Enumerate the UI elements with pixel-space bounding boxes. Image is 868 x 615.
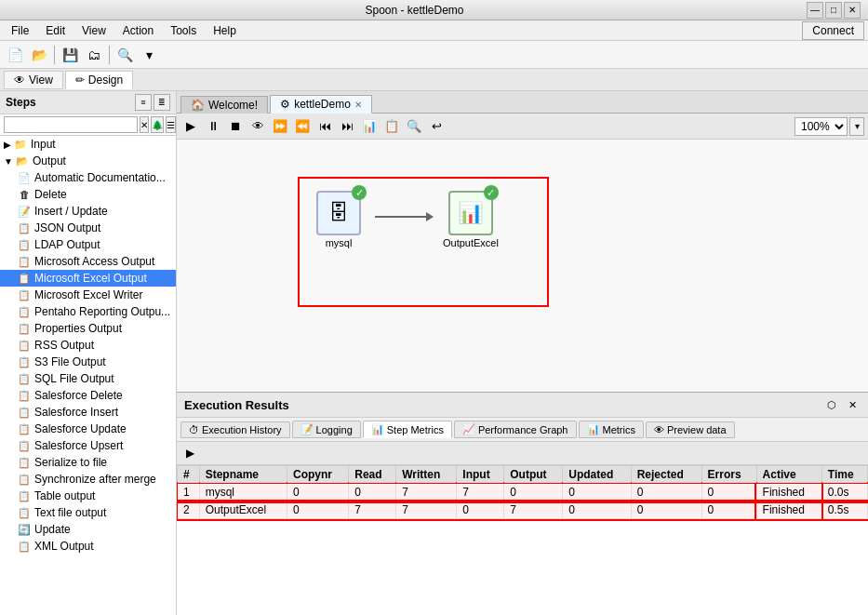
sidebar-item-ms-excel-writer[interactable]: 📋 Microsoft Excel Writer xyxy=(0,287,176,303)
close-tab-button[interactable]: ✕ xyxy=(354,100,362,110)
sidebar-item-sql-file[interactable]: 📋 SQL File Output xyxy=(0,370,176,387)
sidebar-item-table-output[interactable]: 📋 Table output xyxy=(0,488,176,504)
col-copynr: Copynr xyxy=(287,466,349,484)
exec-tab-history[interactable]: ⏱ Execution History xyxy=(180,421,290,438)
new-button[interactable]: 📄 xyxy=(4,44,26,66)
close-button[interactable]: ✕ xyxy=(844,2,861,19)
step-back-button[interactable]: ⏪ xyxy=(292,116,313,137)
connect-button[interactable]: Connect xyxy=(802,21,864,40)
json-output-label: JSON Output xyxy=(34,221,100,234)
zoom-arrow[interactable]: ▾ xyxy=(849,117,864,136)
exec-results-header: Execution Results ⬡ ✕ xyxy=(177,393,868,418)
sidebar-item-insert-update[interactable]: 📝 Insert / Update xyxy=(0,203,176,220)
exec-tab-logging[interactable]: 📝 Logging xyxy=(292,421,361,438)
search-button[interactable]: ✕ xyxy=(140,116,149,133)
sidebar-item-ms-excel-output[interactable]: 📋 Microsoft Excel Output xyxy=(0,270,176,287)
fast-forward-button[interactable]: ⏭ xyxy=(337,116,357,137)
sidebar-item-text-file-output[interactable]: 📋 Text file output xyxy=(0,504,176,521)
steps-tree: ▶ 📁 Input ▼ 📂 Output 📄 Automatic Documen… xyxy=(0,136,176,615)
view-design-bar: 👁 View ✏ Design xyxy=(0,69,868,91)
preview-icon: 👁 xyxy=(654,424,664,435)
undo-button[interactable]: ↩ xyxy=(426,116,447,137)
expand-all-button[interactable]: ≣ xyxy=(154,94,170,111)
canvas-area[interactable]: 🗄 ✓ mysql 📊 ✓ OutputExcel xyxy=(177,140,868,392)
view-tab-label: View xyxy=(29,74,53,87)
sidebar-item-properties[interactable]: 📋 Properties Output xyxy=(0,320,176,337)
exec-header-controls: ⬡ ✕ xyxy=(823,396,861,413)
menu-help[interactable]: Help xyxy=(206,22,244,39)
search-canvas-button[interactable]: 🔍 xyxy=(404,116,424,137)
menu-file[interactable]: File xyxy=(4,22,36,39)
exec-tab-preview[interactable]: 👁 Preview data xyxy=(646,421,735,438)
stop-button[interactable]: ⏹ xyxy=(225,116,246,137)
kettle-demo-tab[interactable]: ⚙ kettleDemo ✕ xyxy=(270,95,372,114)
sidebar-item-sf-delete[interactable]: 📋 Salesforce Delete xyxy=(0,387,176,404)
sql-file-icon: 📋 xyxy=(17,371,32,386)
sidebar-item-update[interactable]: 🔄 Update xyxy=(0,521,176,538)
sidebar-item-sf-insert[interactable]: 📋 Salesforce Insert xyxy=(0,404,176,421)
welcome-tab[interactable]: 🏠 Welcome! xyxy=(180,96,268,114)
output-folder-icon: 📂 xyxy=(15,154,30,168)
run-button[interactable]: ▶ xyxy=(180,116,201,137)
row2-read: 7 xyxy=(349,501,396,519)
sidebar-item-rss[interactable]: 📋 RSS Output xyxy=(0,337,176,354)
open-button[interactable]: 📂 xyxy=(28,44,50,66)
exec-tab-metrics[interactable]: 📊 Metrics xyxy=(579,421,644,438)
insert-update-icon: 📝 xyxy=(17,204,32,219)
sidebar-item-sync-merge[interactable]: 📋 Synchronize after merge xyxy=(0,471,176,488)
sidebar-item-auto-doc[interactable]: 📄 Automatic Documentatio... xyxy=(0,169,176,186)
exec-close-button[interactable]: ✕ xyxy=(844,396,861,413)
exec-play-button[interactable]: ▶ xyxy=(180,444,199,462)
preview-button[interactable]: 👁 xyxy=(247,116,268,137)
results-area[interactable]: ▶ # Stepname Copynr Read Written Input xyxy=(177,442,868,615)
menu-edit[interactable]: Edit xyxy=(38,22,73,39)
search-input[interactable] xyxy=(4,116,138,133)
maximize-button[interactable]: □ xyxy=(825,2,842,19)
row1-stepname: mysql xyxy=(199,484,287,501)
view-tab[interactable]: 👁 View xyxy=(4,71,63,89)
zoom-select[interactable]: 100% 75% 50% 125% xyxy=(795,117,848,136)
sidebar-item-sf-upsert[interactable]: 📋 Salesforce Upsert xyxy=(0,437,176,454)
tree-view-button[interactable]: 🌲 xyxy=(151,116,164,133)
canvas-node-mysql[interactable]: 🗄 ✓ mysql xyxy=(316,191,361,248)
exec-tab-step-metrics[interactable]: 📊 Step Metrics xyxy=(363,421,452,438)
clipboard-button[interactable]: 📋 xyxy=(381,116,402,137)
menu-view[interactable]: View xyxy=(74,22,114,39)
step-forward-button[interactable]: ⏩ xyxy=(270,116,290,137)
xml-output-icon: 📋 xyxy=(17,539,32,554)
save-all-button[interactable]: 🗂 xyxy=(83,44,105,66)
sidebar-item-input[interactable]: ▶ 📁 Input xyxy=(0,136,176,153)
sidebar-item-ldap-output[interactable]: 📋 LDAP Output xyxy=(0,236,176,253)
table-row[interactable]: 2 OutputExcel 0 7 7 0 7 0 0 0 Finished xyxy=(178,501,868,519)
sidebar-item-s3[interactable]: 📋 S3 File Output xyxy=(0,354,176,370)
sidebar-item-serialize[interactable]: 📋 Serialize to file xyxy=(0,454,176,471)
explore-button[interactable]: 🔍 xyxy=(114,44,136,66)
chart-button[interactable]: 📊 xyxy=(359,116,380,137)
canvas-node-output-excel[interactable]: 📊 ✓ OutputExcel xyxy=(443,191,499,248)
sidebar-item-xml-output[interactable]: 📋 XML Output xyxy=(0,538,176,555)
table-row[interactable]: 1 mysql 0 0 7 7 0 0 0 0 Finished xyxy=(178,484,868,501)
ldap-output-icon: 📋 xyxy=(17,237,32,252)
steps-title: Steps xyxy=(6,96,36,109)
list-view-button[interactable]: ☰ xyxy=(166,116,176,133)
exec-expand-button[interactable]: ⬡ xyxy=(823,396,840,413)
design-tab[interactable]: ✏ Design xyxy=(65,71,133,89)
sidebar-item-delete[interactable]: 🗑 Delete xyxy=(0,186,176,203)
sidebar-item-pentaho[interactable]: 📋 Pentaho Reporting Outpu... xyxy=(0,303,176,320)
sidebar-item-ms-access[interactable]: 📋 Microsoft Access Output xyxy=(0,253,176,270)
menu-action[interactable]: Action xyxy=(115,22,161,39)
pause-button[interactable]: ⏸ xyxy=(203,116,223,137)
dropdown-button[interactable]: ▾ xyxy=(138,44,160,66)
minimize-button[interactable]: — xyxy=(807,2,823,19)
collapse-all-button[interactable]: ≡ xyxy=(135,94,152,111)
app-icon xyxy=(7,3,22,18)
sidebar-item-sf-update[interactable]: 📋 Salesforce Update xyxy=(0,421,176,437)
rewind-button[interactable]: ⏮ xyxy=(314,116,335,137)
exec-tab-perf-graph[interactable]: 📈 Performance Graph xyxy=(454,421,577,438)
sidebar-item-output[interactable]: ▼ 📂 Output xyxy=(0,153,176,169)
sf-delete-label: Salesforce Delete xyxy=(34,389,123,402)
save-button[interactable]: 💾 xyxy=(59,44,81,66)
menu-tools[interactable]: Tools xyxy=(163,22,204,39)
sf-insert-icon: 📋 xyxy=(17,405,32,420)
sidebar-item-json-output[interactable]: 📋 JSON Output xyxy=(0,220,176,236)
